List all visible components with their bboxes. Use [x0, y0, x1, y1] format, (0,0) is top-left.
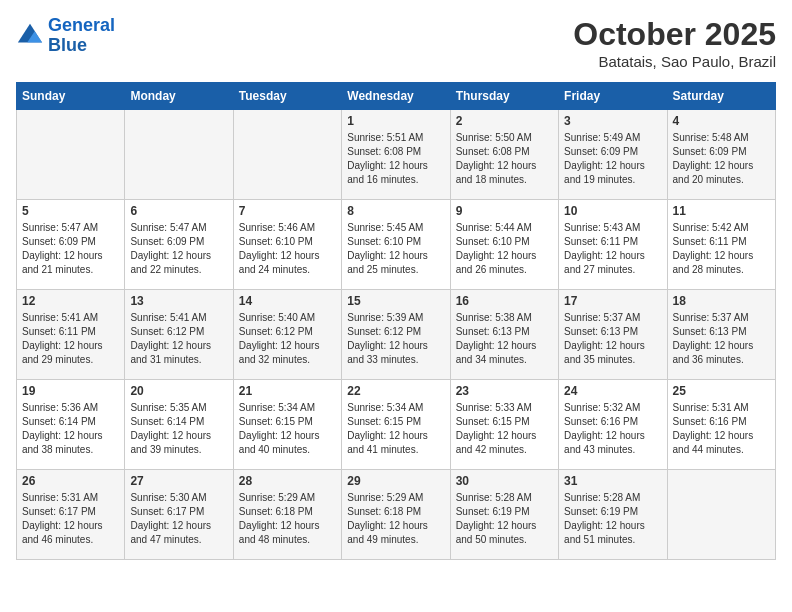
day-info: Sunrise: 5:37 AM Sunset: 6:13 PM Dayligh…: [673, 311, 770, 367]
day-number: 10: [564, 204, 661, 218]
calendar-cell: 22Sunrise: 5:34 AM Sunset: 6:15 PM Dayli…: [342, 380, 450, 470]
day-header-friday: Friday: [559, 83, 667, 110]
day-number: 9: [456, 204, 553, 218]
calendar-cell: 15Sunrise: 5:39 AM Sunset: 6:12 PM Dayli…: [342, 290, 450, 380]
day-number: 14: [239, 294, 336, 308]
day-info: Sunrise: 5:49 AM Sunset: 6:09 PM Dayligh…: [564, 131, 661, 187]
calendar-cell: 7Sunrise: 5:46 AM Sunset: 6:10 PM Daylig…: [233, 200, 341, 290]
calendar-cell: [667, 470, 775, 560]
calendar-cell: 4Sunrise: 5:48 AM Sunset: 6:09 PM Daylig…: [667, 110, 775, 200]
day-info: Sunrise: 5:30 AM Sunset: 6:17 PM Dayligh…: [130, 491, 227, 547]
calendar-cell: 13Sunrise: 5:41 AM Sunset: 6:12 PM Dayli…: [125, 290, 233, 380]
day-number: 22: [347, 384, 444, 398]
day-header-saturday: Saturday: [667, 83, 775, 110]
day-info: Sunrise: 5:38 AM Sunset: 6:13 PM Dayligh…: [456, 311, 553, 367]
page-header: General Blue October 2025 Batatais, Sao …: [16, 16, 776, 70]
day-number: 5: [22, 204, 119, 218]
day-info: Sunrise: 5:42 AM Sunset: 6:11 PM Dayligh…: [673, 221, 770, 277]
day-info: Sunrise: 5:32 AM Sunset: 6:16 PM Dayligh…: [564, 401, 661, 457]
day-number: 7: [239, 204, 336, 218]
calendar-cell: 23Sunrise: 5:33 AM Sunset: 6:15 PM Dayli…: [450, 380, 558, 470]
calendar-cell: 2Sunrise: 5:50 AM Sunset: 6:08 PM Daylig…: [450, 110, 558, 200]
day-info: Sunrise: 5:47 AM Sunset: 6:09 PM Dayligh…: [22, 221, 119, 277]
calendar-table: SundayMondayTuesdayWednesdayThursdayFrid…: [16, 82, 776, 560]
day-info: Sunrise: 5:31 AM Sunset: 6:16 PM Dayligh…: [673, 401, 770, 457]
day-info: Sunrise: 5:39 AM Sunset: 6:12 PM Dayligh…: [347, 311, 444, 367]
day-info: Sunrise: 5:41 AM Sunset: 6:12 PM Dayligh…: [130, 311, 227, 367]
calendar-cell: 9Sunrise: 5:44 AM Sunset: 6:10 PM Daylig…: [450, 200, 558, 290]
day-number: 19: [22, 384, 119, 398]
day-number: 29: [347, 474, 444, 488]
day-number: 24: [564, 384, 661, 398]
day-number: 28: [239, 474, 336, 488]
calendar-cell: 17Sunrise: 5:37 AM Sunset: 6:13 PM Dayli…: [559, 290, 667, 380]
day-number: 15: [347, 294, 444, 308]
calendar-cell: 3Sunrise: 5:49 AM Sunset: 6:09 PM Daylig…: [559, 110, 667, 200]
logo-text: General Blue: [48, 16, 115, 56]
day-info: Sunrise: 5:48 AM Sunset: 6:09 PM Dayligh…: [673, 131, 770, 187]
calendar-cell: 5Sunrise: 5:47 AM Sunset: 6:09 PM Daylig…: [17, 200, 125, 290]
calendar-cell: 21Sunrise: 5:34 AM Sunset: 6:15 PM Dayli…: [233, 380, 341, 470]
day-info: Sunrise: 5:34 AM Sunset: 6:15 PM Dayligh…: [239, 401, 336, 457]
day-number: 11: [673, 204, 770, 218]
day-number: 6: [130, 204, 227, 218]
calendar-cell: 28Sunrise: 5:29 AM Sunset: 6:18 PM Dayli…: [233, 470, 341, 560]
day-info: Sunrise: 5:28 AM Sunset: 6:19 PM Dayligh…: [564, 491, 661, 547]
day-info: Sunrise: 5:43 AM Sunset: 6:11 PM Dayligh…: [564, 221, 661, 277]
day-info: Sunrise: 5:37 AM Sunset: 6:13 PM Dayligh…: [564, 311, 661, 367]
week-row-3: 19Sunrise: 5:36 AM Sunset: 6:14 PM Dayli…: [17, 380, 776, 470]
day-header-monday: Monday: [125, 83, 233, 110]
day-header-thursday: Thursday: [450, 83, 558, 110]
calendar-cell: 30Sunrise: 5:28 AM Sunset: 6:19 PM Dayli…: [450, 470, 558, 560]
day-info: Sunrise: 5:35 AM Sunset: 6:14 PM Dayligh…: [130, 401, 227, 457]
calendar-cell: 20Sunrise: 5:35 AM Sunset: 6:14 PM Dayli…: [125, 380, 233, 470]
day-header-tuesday: Tuesday: [233, 83, 341, 110]
day-info: Sunrise: 5:45 AM Sunset: 6:10 PM Dayligh…: [347, 221, 444, 277]
day-number: 25: [673, 384, 770, 398]
calendar-cell: 1Sunrise: 5:51 AM Sunset: 6:08 PM Daylig…: [342, 110, 450, 200]
day-header-sunday: Sunday: [17, 83, 125, 110]
day-number: 8: [347, 204, 444, 218]
day-number: 30: [456, 474, 553, 488]
day-number: 21: [239, 384, 336, 398]
day-info: Sunrise: 5:50 AM Sunset: 6:08 PM Dayligh…: [456, 131, 553, 187]
day-number: 18: [673, 294, 770, 308]
calendar-cell: [17, 110, 125, 200]
day-info: Sunrise: 5:51 AM Sunset: 6:08 PM Dayligh…: [347, 131, 444, 187]
calendar-cell: [125, 110, 233, 200]
day-info: Sunrise: 5:40 AM Sunset: 6:12 PM Dayligh…: [239, 311, 336, 367]
calendar-cell: 11Sunrise: 5:42 AM Sunset: 6:11 PM Dayli…: [667, 200, 775, 290]
logo-icon: [16, 22, 44, 50]
day-number: 16: [456, 294, 553, 308]
month-title: October 2025: [573, 16, 776, 53]
day-info: Sunrise: 5:29 AM Sunset: 6:18 PM Dayligh…: [239, 491, 336, 547]
day-number: 31: [564, 474, 661, 488]
week-row-2: 12Sunrise: 5:41 AM Sunset: 6:11 PM Dayli…: [17, 290, 776, 380]
calendar-cell: 25Sunrise: 5:31 AM Sunset: 6:16 PM Dayli…: [667, 380, 775, 470]
location: Batatais, Sao Paulo, Brazil: [573, 53, 776, 70]
calendar-cell: 26Sunrise: 5:31 AM Sunset: 6:17 PM Dayli…: [17, 470, 125, 560]
header-row: SundayMondayTuesdayWednesdayThursdayFrid…: [17, 83, 776, 110]
calendar-cell: 16Sunrise: 5:38 AM Sunset: 6:13 PM Dayli…: [450, 290, 558, 380]
day-number: 27: [130, 474, 227, 488]
day-info: Sunrise: 5:33 AM Sunset: 6:15 PM Dayligh…: [456, 401, 553, 457]
calendar-cell: [233, 110, 341, 200]
day-number: 3: [564, 114, 661, 128]
day-info: Sunrise: 5:44 AM Sunset: 6:10 PM Dayligh…: [456, 221, 553, 277]
day-info: Sunrise: 5:29 AM Sunset: 6:18 PM Dayligh…: [347, 491, 444, 547]
calendar-cell: 24Sunrise: 5:32 AM Sunset: 6:16 PM Dayli…: [559, 380, 667, 470]
day-number: 17: [564, 294, 661, 308]
day-info: Sunrise: 5:36 AM Sunset: 6:14 PM Dayligh…: [22, 401, 119, 457]
calendar-cell: 19Sunrise: 5:36 AM Sunset: 6:14 PM Dayli…: [17, 380, 125, 470]
day-number: 13: [130, 294, 227, 308]
day-info: Sunrise: 5:46 AM Sunset: 6:10 PM Dayligh…: [239, 221, 336, 277]
week-row-4: 26Sunrise: 5:31 AM Sunset: 6:17 PM Dayli…: [17, 470, 776, 560]
week-row-0: 1Sunrise: 5:51 AM Sunset: 6:08 PM Daylig…: [17, 110, 776, 200]
day-number: 4: [673, 114, 770, 128]
day-number: 26: [22, 474, 119, 488]
calendar-cell: 14Sunrise: 5:40 AM Sunset: 6:12 PM Dayli…: [233, 290, 341, 380]
day-info: Sunrise: 5:47 AM Sunset: 6:09 PM Dayligh…: [130, 221, 227, 277]
calendar-cell: 18Sunrise: 5:37 AM Sunset: 6:13 PM Dayli…: [667, 290, 775, 380]
calendar-cell: 29Sunrise: 5:29 AM Sunset: 6:18 PM Dayli…: [342, 470, 450, 560]
calendar-cell: 10Sunrise: 5:43 AM Sunset: 6:11 PM Dayli…: [559, 200, 667, 290]
